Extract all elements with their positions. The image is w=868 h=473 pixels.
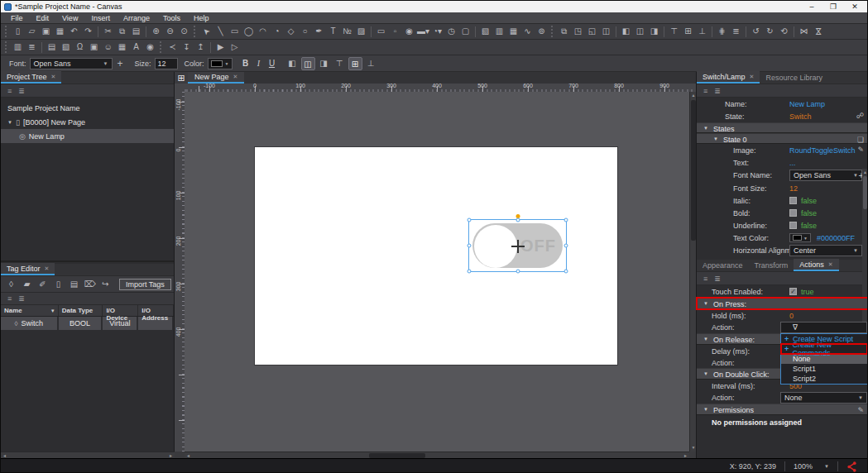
bring-forward-button[interactable]: ◳ [571, 25, 585, 38]
name-value[interactable]: New Lamp [789, 100, 825, 108]
share-button[interactable]: ≺ [165, 41, 180, 54]
alarm-button[interactable]: Ω [73, 41, 87, 54]
ellipse-tool[interactable]: ◯ [242, 25, 256, 38]
state-value[interactable]: Switch [789, 112, 812, 121]
text-align-left-button[interactable]: ◧ [285, 57, 300, 70]
close-tab-icon[interactable]: ✕ [750, 74, 755, 80]
delete-tag-button[interactable]: ⌦ [83, 278, 97, 291]
expander-icon[interactable]: ▼ [703, 301, 708, 306]
page-grid-icon[interactable]: ⊞ [175, 72, 188, 84]
column-header-data-type[interactable]: Data Type [59, 305, 103, 316]
event-list-button[interactable]: ≣ [25, 41, 39, 54]
font-name-select[interactable]: Open Sans ▼ [789, 170, 862, 181]
tag-folder-button[interactable]: ▰ [20, 278, 34, 291]
collapse-all-icon[interactable]: ≡ [703, 275, 707, 283]
add-font-button[interactable]: + [117, 58, 123, 69]
resize-handle-w[interactable] [468, 244, 472, 248]
horizontal-alignment-select[interactable]: Center ▼ [789, 245, 862, 256]
redo-button[interactable]: ↷ [81, 25, 95, 38]
chart-widget[interactable]: ▧ [478, 25, 492, 38]
expand-all-icon[interactable]: ≣ [714, 87, 721, 95]
menu-item-edit[interactable]: Edit [30, 12, 56, 24]
recipe-widget[interactable]: ▥ [492, 25, 506, 38]
distribute-v-button[interactable]: ≣ [729, 25, 743, 38]
column-header-io-device[interactable]: I/O Device [103, 305, 138, 316]
undo-button[interactable]: ↶ [67, 25, 81, 38]
close-tab-icon[interactable]: ✕ [233, 74, 238, 80]
resize-handle-sw[interactable] [468, 270, 472, 274]
font-size-value[interactable]: 12 [789, 184, 798, 193]
expander-icon[interactable]: ▼ [703, 371, 708, 376]
italic-checkbox[interactable] [789, 197, 797, 204]
group-header-state-0[interactable]: ▼ State 0 ❏ [697, 133, 868, 144]
pencil-icon[interactable]: ✎ [857, 146, 864, 154]
tab-actions[interactable]: Actions ✕ [794, 259, 838, 271]
menu-item-insert[interactable]: Insert [84, 12, 117, 24]
bold-button[interactable]: B [239, 59, 252, 68]
script-button[interactable]: ▤ [45, 41, 59, 54]
flip-vertical-button[interactable]: ⋈ [812, 25, 825, 39]
align-top-button[interactable]: ⊤ [667, 25, 681, 38]
align-middle-button[interactable]: ⊞ [681, 25, 695, 38]
share-icon[interactable] [846, 461, 857, 472]
link-icon[interactable]: ☍ [856, 112, 864, 120]
tag-name-cell[interactable]: ◊ Switch [1, 317, 59, 332]
expand-all-icon[interactable]: ≣ [18, 294, 25, 303]
tree-item-project-root[interactable]: Sample Project Name [1, 101, 174, 115]
column-header-io-address[interactable]: I/O Address [138, 305, 174, 316]
canvas-vertical-scrollbar[interactable]: ▲ ▼ [689, 92, 696, 452]
menu-item-arrange[interactable]: Arrange [117, 12, 156, 24]
sort-descending-icon[interactable]: ▼ [50, 308, 55, 313]
datalog-button[interactable]: ▣ [87, 41, 101, 54]
report-button[interactable]: ▧ [59, 41, 73, 54]
align-right-button[interactable]: ◨ [647, 25, 661, 38]
pen-tool[interactable]: ✒ [312, 25, 326, 38]
edit-tag-button[interactable]: ✐ [36, 278, 50, 291]
watch-button[interactable]: ◉ [143, 41, 157, 54]
tag-editor-button[interactable]: ▥ [11, 41, 25, 54]
bold-checkbox[interactable] [789, 209, 797, 217]
rectangle-tool[interactable]: ▭ [228, 25, 242, 38]
zoom-out-button[interactable]: ⊖ [163, 25, 177, 38]
resize-handle-n[interactable] [516, 218, 520, 222]
column-header-name[interactable]: Name ▼ [1, 305, 59, 316]
button-widget[interactable]: ▬▾ [416, 25, 430, 38]
italic-button[interactable]: I [252, 59, 266, 68]
numeric-tool[interactable]: № [340, 25, 354, 38]
selected-widget-toggle-switch[interactable]: OFF [468, 219, 567, 272]
menu-item-help[interactable]: Help [187, 12, 216, 24]
export-tags-button[interactable]: ↪ [98, 278, 113, 291]
numeric-input-widget[interactable]: ▫ [388, 25, 402, 38]
align-center-button[interactable]: ◫ [633, 25, 647, 38]
expander-icon[interactable]: ▼ [703, 126, 708, 131]
group-header-permissions[interactable]: ▼ Permissions ✎ [697, 404, 868, 415]
run-button[interactable]: ▶ [213, 41, 228, 54]
security-button[interactable]: ☺ [101, 41, 115, 54]
rotate-cw-button[interactable]: ↻ [763, 25, 777, 38]
text-align-bottom-button[interactable]: ⊥ [364, 57, 378, 70]
save-button[interactable]: ▣ [39, 25, 53, 38]
underline-checkbox[interactable] [789, 222, 797, 229]
close-tab-icon[interactable]: ✕ [51, 74, 56, 80]
tree-item-new-page[interactable]: ▼ ▯ [B0000] New Page [1, 115, 174, 129]
dropdown-item-create-new-commands[interactable]: + Create New Commands [781, 344, 867, 354]
trend-widget[interactable]: ∿ [520, 25, 535, 38]
on-press-action-select[interactable]: ∇ [780, 322, 867, 333]
text-value[interactable]: ... [789, 159, 796, 167]
new-project-button[interactable]: ▯ [11, 25, 25, 38]
close-tab-icon[interactable]: ✕ [45, 265, 50, 272]
resize-handle-se[interactable] [564, 270, 568, 274]
preview-icon[interactable]: ❏ [857, 136, 864, 144]
font-family-select[interactable]: Open Sans ▼ [30, 58, 113, 69]
clock-widget[interactable]: ◷ [444, 25, 458, 38]
pencil-icon[interactable]: ✎ [857, 406, 864, 414]
zoom-reset-button[interactable]: ⊙ [177, 25, 191, 38]
simulate-button[interactable]: ▷ [228, 41, 242, 54]
menu-item-file[interactable]: File [4, 12, 30, 24]
polygon-tool[interactable]: ◇ [284, 25, 298, 38]
language-button[interactable]: A [129, 41, 143, 54]
data-viewer-widget[interactable]: ⊚ [535, 25, 549, 38]
expander-icon[interactable]: ▼ [7, 120, 14, 125]
resize-handle-ne[interactable] [564, 218, 568, 222]
tab-resource-library[interactable]: Resource Library [760, 71, 828, 84]
